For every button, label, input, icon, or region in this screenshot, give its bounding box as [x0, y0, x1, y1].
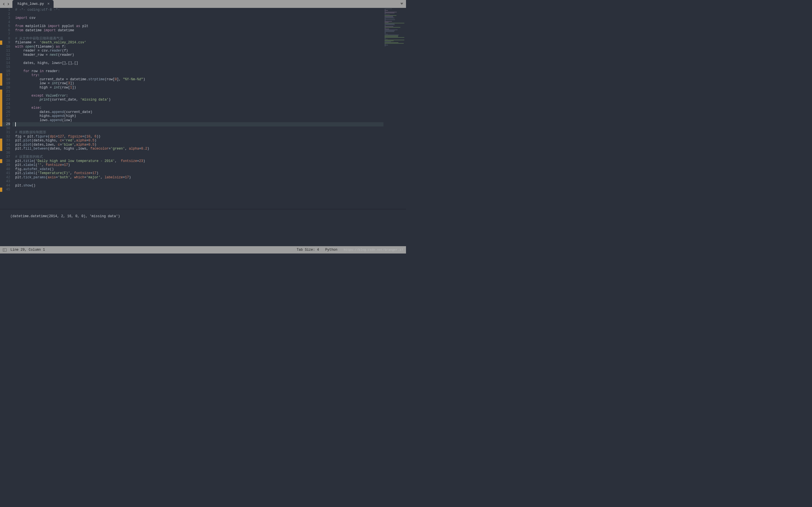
- code-line[interactable]: lows.append(low): [12, 118, 406, 122]
- code-line[interactable]: from matplotlib import pyplot as plt: [12, 24, 406, 29]
- sidebar-toggle-icon[interactable]: [3, 248, 6, 251]
- minimap[interactable]: [384, 8, 406, 209]
- code-line[interactable]: # 从文件中获取日期和最高气温: [12, 37, 406, 41]
- line-number[interactable]: 22: [2, 94, 10, 98]
- status-language[interactable]: Python: [325, 248, 338, 252]
- status-cursor-position[interactable]: Line 29, Column 1: [10, 248, 45, 252]
- code-line[interactable]: [12, 122, 406, 126]
- code-line[interactable]: plt.tick_params(axis='both', which='majo…: [12, 175, 406, 180]
- line-number[interactable]: 26: [2, 110, 10, 114]
- line-number[interactable]: 25: [2, 106, 10, 110]
- line-number[interactable]: 37: [2, 155, 10, 159]
- line-number[interactable]: 33: [2, 138, 10, 143]
- code-line[interactable]: import csv: [12, 16, 406, 20]
- tab-highs-lows[interactable]: highs_lows.py ×: [12, 0, 54, 8]
- line-number[interactable]: 34: [2, 143, 10, 147]
- line-number[interactable]: 28: [2, 118, 10, 122]
- line-number[interactable]: 32: [2, 135, 10, 139]
- line-number[interactable]: 38: [2, 159, 10, 163]
- code-line[interactable]: from datetime import datetime: [12, 29, 406, 33]
- line-number[interactable]: 29: [2, 122, 10, 126]
- code-line[interactable]: try:: [12, 73, 406, 77]
- code-line[interactable]: for row in reader:: [12, 69, 406, 73]
- line-number[interactable]: 10: [2, 45, 10, 49]
- code-line[interactable]: plt.title('Daily high and low temperatur…: [12, 159, 406, 163]
- line-number[interactable]: 15: [2, 65, 10, 69]
- line-number[interactable]: 21: [2, 90, 10, 94]
- line-number[interactable]: 12: [2, 53, 10, 57]
- line-number[interactable]: 36: [2, 151, 10, 155]
- line-number[interactable]: 16: [2, 69, 10, 73]
- code-line[interactable]: [12, 65, 406, 69]
- status-tab-size[interactable]: Tab Size: 4: [297, 248, 319, 252]
- code-line[interactable]: print(current_date, 'missing data'): [12, 98, 406, 102]
- code-line[interactable]: header_row = next(reader): [12, 53, 406, 57]
- code-line[interactable]: with open(filename) as f:: [12, 45, 406, 49]
- code-line[interactable]: [12, 151, 406, 155]
- line-number[interactable]: 2: [2, 12, 10, 16]
- line-number[interactable]: 42: [2, 175, 10, 180]
- line-number[interactable]: 13: [2, 57, 10, 61]
- line-number[interactable]: 35: [2, 147, 10, 151]
- line-number[interactable]: 9: [2, 41, 10, 45]
- code-line[interactable]: except ValueError:: [12, 94, 406, 98]
- code-area[interactable]: # -*- coding:utf-8 -*-import csvfrom mat…: [12, 8, 406, 209]
- console-output[interactable]: (datetime.datetime(2014, 2, 16, 0, 0), '…: [0, 209, 406, 246]
- code-line[interactable]: plt.fill_between(dates, highs ,lows, fac…: [12, 147, 406, 151]
- code-line[interactable]: plt.plot(dates,lows, c='blue',alpha=0.5): [12, 143, 406, 147]
- line-number[interactable]: 11: [2, 49, 10, 53]
- code-line[interactable]: [12, 20, 406, 24]
- code-line[interactable]: [12, 33, 406, 37]
- nav-forward-icon[interactable]: [6, 2, 10, 6]
- code-line[interactable]: else:: [12, 106, 406, 110]
- line-number[interactable]: 23: [2, 98, 10, 102]
- line-number[interactable]: 6: [2, 29, 10, 33]
- line-number[interactable]: 18: [2, 77, 10, 82]
- line-number[interactable]: 1: [2, 8, 10, 12]
- line-number[interactable]: 30: [2, 126, 10, 131]
- line-number[interactable]: 27: [2, 114, 10, 118]
- line-number[interactable]: 24: [2, 102, 10, 106]
- line-number[interactable]: 44: [2, 184, 10, 188]
- code-line[interactable]: fig = plt.figure(dpi=127, figsize=(10, 6…: [12, 135, 406, 139]
- close-icon[interactable]: ×: [47, 2, 50, 6]
- nav-back-icon[interactable]: [2, 2, 6, 6]
- line-number[interactable]: 31: [2, 130, 10, 135]
- line-number[interactable]: 40: [2, 167, 10, 172]
- code-line[interactable]: [12, 187, 406, 192]
- line-number[interactable]: 7: [2, 33, 10, 37]
- line-number[interactable]: 45: [2, 187, 10, 192]
- code-line[interactable]: # 设置图形的格式: [12, 155, 406, 159]
- code-line[interactable]: low = int(row[3]): [12, 81, 406, 86]
- code-line[interactable]: plt.show(): [12, 184, 406, 188]
- line-number[interactable]: 41: [2, 171, 10, 175]
- line-number[interactable]: 19: [2, 81, 10, 86]
- code-line[interactable]: highs.append(high): [12, 114, 406, 118]
- line-number-gutter[interactable]: 1234567891011121314151617181920212223242…: [2, 8, 12, 209]
- code-line[interactable]: plt.plot(dates,highs, c='red',alpha=0.5): [12, 138, 406, 143]
- code-line[interactable]: current_date = datetime.strptime(row[0],…: [12, 77, 406, 82]
- code-line[interactable]: [12, 102, 406, 106]
- code-line[interactable]: high = int(row[1]): [12, 86, 406, 90]
- code-line[interactable]: filename = 'death_valley_2014.csv': [12, 41, 406, 45]
- code-line[interactable]: plt.ylabel('Temperature(F)', fontsize=17…: [12, 171, 406, 175]
- line-number[interactable]: 17: [2, 73, 10, 77]
- line-number[interactable]: 4: [2, 20, 10, 24]
- code-line[interactable]: # 根据数据绘制图形: [12, 130, 406, 135]
- code-line[interactable]: # -*- coding:utf-8 -*-: [12, 8, 406, 12]
- code-line[interactable]: dates, highs, lows=[],[],[]: [12, 61, 406, 65]
- code-line[interactable]: [12, 57, 406, 61]
- code-line[interactable]: [12, 90, 406, 94]
- line-number[interactable]: 14: [2, 61, 10, 65]
- code-line[interactable]: plt.xlabel('', fontsize=17): [12, 163, 406, 167]
- line-number[interactable]: 5: [2, 24, 10, 29]
- line-number[interactable]: 43: [2, 179, 10, 184]
- code-line[interactable]: [12, 126, 406, 131]
- tab-menu-icon[interactable]: [400, 3, 403, 5]
- line-number[interactable]: 8: [2, 37, 10, 41]
- code-line[interactable]: fig.autofmt_xdate(): [12, 167, 406, 172]
- code-line[interactable]: [12, 179, 406, 184]
- line-number[interactable]: 3: [2, 16, 10, 20]
- code-line[interactable]: reader = csv.reader(f): [12, 49, 406, 53]
- line-number[interactable]: 20: [2, 86, 10, 90]
